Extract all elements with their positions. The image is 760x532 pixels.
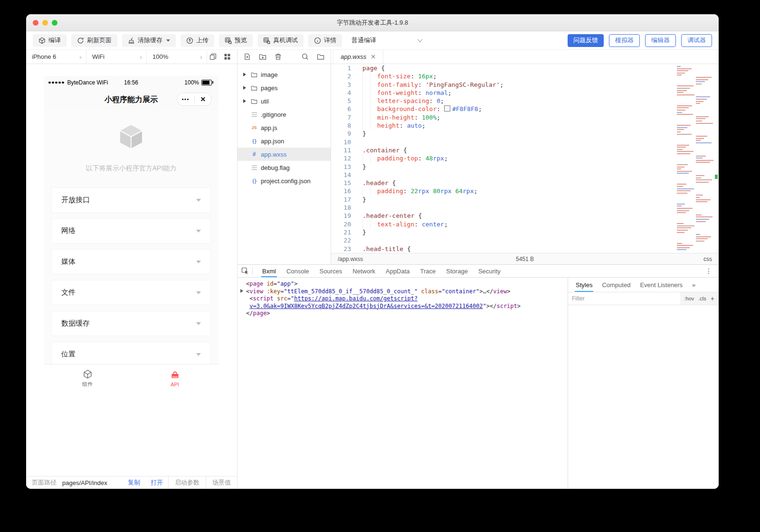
script-src-link[interactable]: https://api.map.baidu.com/getscript? (294, 295, 418, 302)
styles-tab-event-listeners[interactable]: Event Listeners (635, 278, 687, 292)
line-number: 21 (331, 228, 359, 236)
api-section-0[interactable]: 开放接口 (51, 187, 211, 213)
expand-caret-icon[interactable] (238, 73, 250, 76)
expand-arrow-icon[interactable] (240, 288, 246, 296)
devtools-tab-sources[interactable]: Sources (314, 265, 348, 277)
launch-params-button[interactable]: 启动参数 (168, 476, 206, 489)
code-line-3: 3font-family: 'PingFangSC-Regular'; (331, 81, 719, 89)
code-line-7: 7min-height: 100%; (331, 113, 719, 121)
tab-components[interactable]: 组件 (44, 364, 131, 392)
api-section-label: 媒体 (61, 257, 76, 266)
debugger-toggle-button[interactable]: 调试器 (681, 34, 712, 47)
styles-tab-styles[interactable]: Styles (571, 278, 597, 292)
file-item-app.wxss[interactable]: #app.wxss (238, 148, 331, 161)
new-style-rule-button[interactable]: + (711, 295, 714, 302)
signal-dots-icon (48, 82, 64, 84)
bxml-node-line-5[interactable]: </page> (240, 310, 568, 317)
api-section-4[interactable]: 数据缓存 (51, 311, 211, 336)
editor-minimap[interactable] (677, 66, 714, 251)
expand-caret-icon[interactable] (238, 99, 250, 103)
delete-file-icon[interactable] (275, 53, 282, 60)
bxml-node-line-2[interactable]: <view :key="ttElem_570dd85_0_if__570dd85… (240, 288, 568, 296)
grid-layout-icon[interactable] (224, 53, 231, 60)
close-miniapp-button[interactable]: ✕ (195, 95, 212, 103)
code-editor[interactable]: 1page {2font-size: 16px;3font-family: 'P… (331, 64, 719, 253)
compile-button[interactable]: 编译 (33, 34, 66, 47)
toolbar-divider (252, 267, 253, 275)
editor-language[interactable]: css (703, 256, 712, 262)
bxml-node-line-3[interactable]: <script src="https://api.map.baidu.com/g… (240, 295, 568, 303)
editor-toggle-button[interactable]: 编辑器 (645, 34, 676, 47)
folder-icon (250, 72, 258, 78)
devtools-tab-network[interactable]: Network (347, 265, 380, 277)
styles-filter-input[interactable] (568, 292, 680, 305)
devtools-tab-trace[interactable]: Trace (415, 265, 441, 277)
line-number: 10 (331, 138, 359, 146)
feedback-button[interactable]: 问题反馈 (568, 34, 604, 47)
inspect-element-icon[interactable] (241, 267, 249, 275)
line-number: 5 (331, 97, 359, 105)
zoom-window-button[interactable] (52, 20, 57, 26)
devtools-tab-bxml[interactable]: Bxml (257, 265, 281, 277)
expand-caret-icon[interactable] (238, 86, 250, 90)
new-folder-icon[interactable] (259, 53, 266, 60)
file-item-app.json[interactable]: { }app.json (238, 134, 331, 148)
scrollbar-annotation[interactable] (715, 175, 718, 179)
preview-button[interactable]: 预览 (219, 34, 253, 47)
upload-button[interactable]: 上传 (180, 34, 214, 47)
upload-icon (186, 37, 193, 44)
network-select[interactable]: WiFi › (86, 50, 147, 64)
api-section-3[interactable]: 文件 (51, 280, 211, 305)
api-section-5[interactable]: 位置 (51, 342, 211, 364)
more-options-icon[interactable]: ⋮ (703, 267, 715, 275)
clear-cache-button[interactable]: 清除缓存 (122, 34, 176, 47)
copy-screenshot-icon[interactable] (209, 53, 217, 60)
line-number: 20 (331, 220, 359, 228)
remote-debug-button[interactable]: 真机调试 (257, 34, 304, 47)
simulator-toggle-button[interactable]: 模拟器 (609, 34, 640, 47)
line-number: 16 (331, 187, 359, 195)
compile-mode-select[interactable]: 普通编译 (349, 34, 425, 47)
file-item-app.js[interactable]: JSapp.js (238, 121, 331, 134)
devtools-tab-appdata[interactable]: AppData (380, 265, 415, 277)
devtools-tab-console[interactable]: Console (281, 265, 314, 277)
bxml-node-line-4[interactable]: v=3.0&ak=9IWX8Kev5YcqB2pjZ4dZp2C4tjbsjDr… (240, 303, 568, 310)
device-select[interactable]: iPhone 6 › (26, 50, 86, 64)
open-folder-icon[interactable] (317, 53, 324, 60)
color-swatch[interactable] (444, 105, 450, 112)
minimize-window-button[interactable] (42, 20, 48, 26)
details-button[interactable]: 详情 (308, 34, 342, 47)
more-menu-button[interactable]: ••• (177, 96, 194, 102)
devtools-tab-security[interactable]: Security (473, 265, 506, 277)
devtools-tab-storage[interactable]: Storage (441, 265, 473, 277)
api-section-2[interactable]: 媒体 (51, 249, 211, 274)
open-path-link[interactable]: 打开 (145, 478, 168, 487)
tab-api[interactable]: API (131, 364, 218, 392)
close-tab-icon[interactable]: ✕ (370, 53, 376, 60)
qr-preview-icon (225, 37, 232, 44)
scene-value-button[interactable]: 场景值 (206, 476, 237, 489)
refresh-page-button[interactable]: 刷新页面 (71, 34, 117, 47)
styles-tabs: StylesComputedEvent Listeners» (568, 278, 719, 292)
file-item-debug.flag[interactable]: debug.flag (238, 161, 331, 174)
styles-tab-computed[interactable]: Computed (597, 278, 635, 292)
zoom-select[interactable]: 100% › (147, 50, 207, 64)
styles-tab-»[interactable]: » (687, 278, 700, 292)
file-item-.gitignore[interactable]: .gitignore (238, 108, 331, 121)
file-item-image[interactable]: image (238, 68, 331, 81)
battery-group: 100% (184, 79, 214, 86)
file-item-pages[interactable]: pages (238, 81, 331, 94)
editor-tab-app-wxss[interactable]: app.wxss ✕ (333, 50, 383, 64)
file-item-project.config.json[interactable]: { }project.config.json (238, 174, 331, 187)
new-file-icon[interactable] (244, 53, 251, 60)
bxml-node-line-1[interactable]: <page id="app"> (240, 280, 568, 288)
file-item-util[interactable]: util (238, 94, 331, 108)
search-files-icon[interactable] (302, 53, 309, 60)
toggle-class-button[interactable]: .cls (698, 296, 706, 301)
script-src-link[interactable]: v=3.0&ak=9IWX8Kev5YcqB2pjZ4dZp2C4tjbsjDr… (249, 303, 483, 309)
toggle-hover-state-button[interactable]: :hov (684, 296, 694, 301)
close-window-button[interactable] (33, 20, 38, 26)
api-section-1[interactable]: 网络 (51, 218, 211, 243)
copy-path-link[interactable]: 复制 (123, 478, 145, 487)
api-brush-icon (170, 370, 180, 380)
